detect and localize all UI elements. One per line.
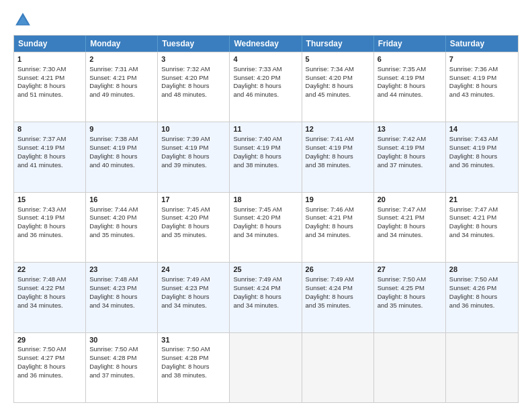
- cal-cell: [374, 333, 446, 402]
- day-info: Sunrise: 7:32 AM: [161, 65, 210, 73]
- day-number: 20: [378, 195, 442, 205]
- day-number: 27: [378, 265, 442, 275]
- day-info: Daylight: 8 hours: [17, 363, 65, 370]
- day-info: Daylight: 8 hours: [17, 82, 65, 89]
- day-number: 7: [449, 54, 515, 64]
- cal-cell: 12Sunrise: 7:41 AMSunset: 4:19 PMDayligh…: [302, 122, 374, 191]
- day-number: 24: [161, 265, 226, 275]
- day-info: and 34 minutes.: [17, 302, 63, 309]
- header-cell-saturday: Saturday: [446, 36, 518, 52]
- day-info: Daylight: 8 hours: [161, 293, 209, 300]
- day-info: Sunrise: 7:50 AM: [17, 345, 66, 353]
- day-info: Sunset: 4:19 PM: [449, 74, 496, 81]
- day-number: 25: [233, 265, 298, 275]
- day-number: 6: [378, 54, 442, 64]
- day-info: and 43 minutes.: [449, 91, 495, 98]
- cal-cell: 7Sunrise: 7:36 AMSunset: 4:19 PMDaylight…: [446, 52, 518, 122]
- day-info: Sunrise: 7:45 AM: [161, 205, 210, 213]
- day-info: and 37 minutes.: [378, 161, 423, 169]
- cal-cell: 25Sunrise: 7:49 AMSunset: 4:24 PMDayligh…: [230, 263, 302, 332]
- day-info: Sunrise: 7:44 AM: [89, 205, 138, 213]
- cal-cell: 27Sunrise: 7:50 AMSunset: 4:25 PMDayligh…: [374, 263, 446, 332]
- day-info: and 39 minutes.: [161, 161, 207, 169]
- day-info: Sunset: 4:28 PM: [89, 354, 136, 361]
- day-info: Sunset: 4:19 PM: [161, 144, 208, 151]
- header-cell-sunday: Sunday: [14, 36, 86, 52]
- header-cell-tuesday: Tuesday: [158, 36, 230, 52]
- day-info: and 35 minutes.: [306, 302, 351, 309]
- cal-cell: 29Sunrise: 7:50 AMSunset: 4:27 PMDayligh…: [14, 333, 86, 402]
- cal-cell: [446, 333, 518, 402]
- cal-cell: 21Sunrise: 7:47 AMSunset: 4:21 PMDayligh…: [446, 193, 518, 262]
- day-info: Daylight: 8 hours: [89, 82, 137, 89]
- day-info: and 34 minutes.: [378, 231, 423, 238]
- day-info: Sunrise: 7:47 AM: [449, 205, 498, 213]
- day-info: Daylight: 8 hours: [449, 152, 497, 160]
- day-info: Sunrise: 7:48 AM: [17, 275, 66, 283]
- day-info: Sunrise: 7:49 AM: [306, 275, 354, 283]
- day-info: and 34 minutes.: [161, 302, 207, 309]
- header-cell-thursday: Thursday: [302, 36, 374, 52]
- cal-cell: 8Sunrise: 7:37 AMSunset: 4:19 PMDaylight…: [14, 122, 86, 191]
- day-info: and 38 minutes.: [233, 161, 279, 169]
- cal-cell: 11Sunrise: 7:40 AMSunset: 4:19 PMDayligh…: [230, 122, 302, 191]
- cal-cell: 16Sunrise: 7:44 AMSunset: 4:20 PMDayligh…: [86, 193, 158, 262]
- day-info: Sunset: 4:20 PM: [161, 74, 208, 81]
- day-info: and 34 minutes.: [233, 302, 279, 309]
- day-info: Sunrise: 7:35 AM: [378, 65, 426, 73]
- day-info: Sunrise: 7:43 AM: [449, 135, 498, 142]
- day-info: Sunrise: 7:42 AM: [378, 135, 426, 142]
- day-number: 28: [449, 265, 515, 275]
- day-number: 3: [161, 54, 226, 64]
- day-info: and 35 minutes.: [89, 231, 135, 238]
- day-info: Sunrise: 7:48 AM: [89, 275, 138, 283]
- cal-cell: 1Sunrise: 7:30 AMSunset: 4:21 PMDaylight…: [14, 52, 86, 122]
- day-info: Sunrise: 7:30 AM: [17, 65, 66, 73]
- day-info: Daylight: 8 hours: [17, 152, 65, 160]
- day-info: Sunset: 4:21 PM: [378, 214, 425, 221]
- day-info: Daylight: 8 hours: [449, 222, 497, 230]
- day-info: Sunset: 4:21 PM: [17, 74, 64, 81]
- day-info: Daylight: 8 hours: [17, 222, 65, 230]
- day-info: and 34 minutes.: [89, 302, 135, 309]
- day-info: Sunrise: 7:39 AM: [161, 135, 210, 142]
- cal-cell: 2Sunrise: 7:31 AMSunset: 4:21 PMDaylight…: [86, 52, 158, 122]
- day-info: and 36 minutes.: [449, 302, 495, 309]
- day-info: Daylight: 8 hours: [89, 293, 137, 300]
- day-info: Sunrise: 7:50 AM: [378, 275, 426, 283]
- day-info: Sunrise: 7:50 AM: [449, 275, 498, 283]
- cal-cell: 23Sunrise: 7:48 AMSunset: 4:23 PMDayligh…: [86, 263, 158, 332]
- day-info: and 36 minutes.: [17, 231, 63, 238]
- day-info: Sunset: 4:20 PM: [89, 214, 136, 221]
- cal-cell: 28Sunrise: 7:50 AMSunset: 4:26 PMDayligh…: [446, 263, 518, 332]
- calendar: SundayMondayTuesdayWednesdayThursdayFrid…: [13, 35, 519, 403]
- day-info: Sunset: 4:21 PM: [306, 214, 353, 221]
- day-number: 2: [89, 54, 154, 64]
- day-number: 10: [161, 124, 226, 134]
- day-info: Daylight: 8 hours: [161, 363, 209, 370]
- day-number: 14: [449, 124, 515, 134]
- day-number: 1: [17, 54, 82, 64]
- day-info: Daylight: 8 hours: [89, 222, 137, 230]
- cal-cell: 13Sunrise: 7:42 AMSunset: 4:19 PMDayligh…: [374, 122, 446, 191]
- day-info: Sunset: 4:23 PM: [89, 284, 136, 291]
- day-info: Sunrise: 7:46 AM: [306, 205, 354, 213]
- day-info: Sunset: 4:20 PM: [306, 74, 353, 81]
- day-number: 18: [233, 195, 298, 205]
- calendar-row-1: 1Sunrise: 7:30 AMSunset: 4:21 PMDaylight…: [14, 52, 518, 122]
- header: [13, 11, 519, 30]
- calendar-row-2: 8Sunrise: 7:37 AMSunset: 4:19 PMDaylight…: [14, 122, 518, 191]
- day-info: Sunrise: 7:38 AM: [89, 135, 138, 142]
- cal-cell: 20Sunrise: 7:47 AMSunset: 4:21 PMDayligh…: [374, 193, 446, 262]
- day-info: Sunset: 4:19 PM: [306, 144, 353, 151]
- day-info: Daylight: 8 hours: [378, 222, 425, 230]
- day-number: 26: [306, 265, 370, 275]
- day-info: and 35 minutes.: [161, 231, 207, 238]
- day-info: Sunset: 4:19 PM: [17, 214, 64, 221]
- day-info: and 48 minutes.: [161, 91, 207, 98]
- day-info: Daylight: 8 hours: [161, 222, 209, 230]
- header-cell-monday: Monday: [86, 36, 158, 52]
- day-info: Sunrise: 7:47 AM: [378, 205, 426, 213]
- day-number: 9: [89, 124, 154, 134]
- day-info: Sunrise: 7:43 AM: [17, 205, 66, 213]
